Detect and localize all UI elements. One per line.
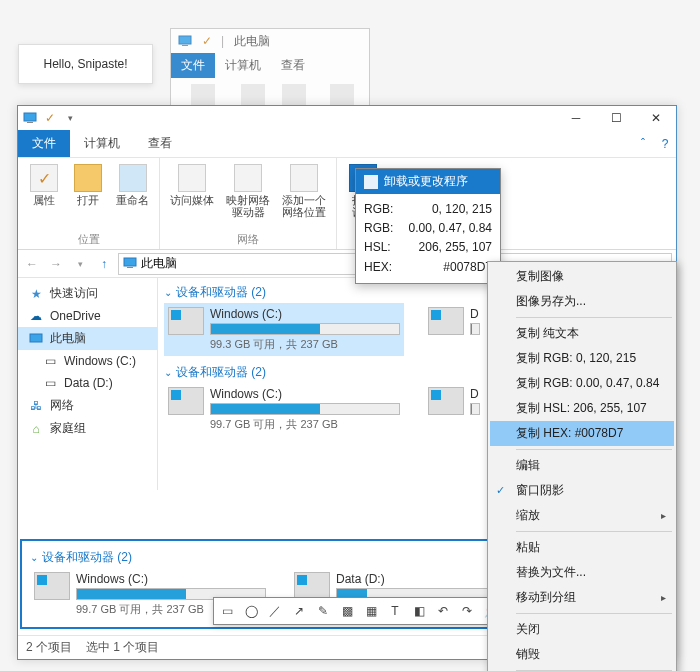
pc-icon	[123, 257, 137, 271]
tab-view[interactable]: 查看	[271, 53, 315, 78]
svg-rect-3	[27, 122, 33, 123]
star-icon: ★	[28, 286, 44, 302]
pc-icon	[177, 33, 193, 49]
ribbon: ✓属性 打开 重命名 位置 访问媒体 映射网络 驱动器 添加一个 网络位置 网络…	[18, 158, 676, 250]
menu-separator	[516, 531, 672, 532]
tab-file[interactable]: 文件	[171, 53, 215, 78]
drive-usage-bar	[210, 403, 400, 415]
ribbon-open[interactable]: 打开	[68, 162, 108, 230]
tool-rectangle[interactable]: ▭	[216, 600, 238, 622]
tab-computer[interactable]: 计算机	[215, 53, 271, 78]
drive-name: Windows (C:)	[76, 572, 266, 586]
sidebar-item-onedrive[interactable]: ☁OneDrive	[18, 305, 157, 327]
menu-zoom[interactable]: 缩放▸	[490, 503, 674, 528]
sidebar-item-drive-d[interactable]: ▭Data (D:)	[18, 372, 157, 394]
drive-icon	[34, 572, 70, 600]
menu-copy-hsl[interactable]: 复制 HSL: 206, 255, 107	[490, 396, 674, 421]
chevron-down-icon: ⌄	[164, 287, 172, 298]
drive-d-cut[interactable]: D	[424, 383, 484, 436]
menu-replace-file[interactable]: 替换为文件...	[490, 560, 674, 585]
drive-c[interactable]: Windows (C:) 99.7 GB 可用，共 237 GB	[164, 383, 404, 436]
maximize-button[interactable]: ☐	[596, 106, 636, 130]
menu-separator	[516, 317, 672, 318]
svg-rect-0	[179, 36, 191, 44]
chevron-down-icon: ⌄	[30, 552, 38, 563]
menu-paste[interactable]: 粘贴	[490, 535, 674, 560]
status-selection-count: 选中 1 个项目	[86, 639, 159, 656]
drive-icon	[294, 572, 330, 600]
menu-copy-rgbf[interactable]: 复制 RGB: 0.00, 0.47, 0.84	[490, 371, 674, 396]
ribbon-access-media[interactable]: 访问媒体	[166, 162, 218, 230]
drive-usage-bar	[210, 323, 400, 335]
tool-eraser[interactable]: ◧	[408, 600, 430, 622]
drive-usage-bar	[470, 323, 480, 335]
homegroup-icon: ⌂	[28, 421, 44, 437]
tool-undo[interactable]: ↶	[432, 600, 454, 622]
menu-separator	[516, 449, 672, 450]
ribbon-map-network-drive[interactable]: 映射网络 驱动器	[222, 162, 274, 230]
tab-file[interactable]: 文件	[18, 130, 70, 157]
menu-separator	[516, 613, 672, 614]
nav-forward-button[interactable]: →	[46, 254, 66, 274]
tab-view[interactable]: 查看	[134, 130, 186, 157]
svg-rect-6	[30, 334, 42, 342]
menu-edit[interactable]: 编辑	[490, 453, 674, 478]
menu-copy-rgb[interactable]: 复制 RGB: 0, 120, 215	[490, 346, 674, 371]
menu-copy-plain[interactable]: 复制 纯文本	[490, 321, 674, 346]
check-icon: ✓	[496, 484, 505, 497]
tool-ellipse[interactable]: ◯	[240, 600, 262, 622]
ribbon-add-network-location[interactable]: 添加一个 网络位置	[278, 162, 330, 230]
sidebar-item-homegroup[interactable]: ⌂家庭组	[18, 417, 157, 440]
tool-text[interactable]: T	[384, 600, 406, 622]
ribbon-rename[interactable]: 重命名	[112, 162, 153, 230]
tool-line[interactable]: ／	[264, 600, 286, 622]
menu-save-image-as[interactable]: 图像另存为...	[490, 289, 674, 314]
props-qat-icon[interactable]: ✓	[42, 110, 58, 126]
menu-destroy[interactable]: 销毁	[490, 642, 674, 667]
color-picker-popup: 卸载或更改程序 RGB:0, 120, 215 RGB:0.00, 0.47, …	[355, 168, 501, 284]
color-popup-header: 卸载或更改程序	[356, 169, 500, 194]
drive-icon: ▭	[42, 375, 58, 391]
drive-icon	[428, 387, 464, 415]
drive-space: 99.3 GB 可用，共 237 GB	[210, 337, 400, 352]
sidebar-item-drive-c[interactable]: ▭Windows (C:)	[18, 350, 157, 372]
tab-computer[interactable]: 计算机	[70, 130, 134, 157]
qat-dropdown-icon[interactable]: ▾	[62, 110, 78, 126]
sticky-text: Hello, Snipaste!	[43, 57, 127, 71]
menu-close[interactable]: 关闭	[490, 617, 674, 642]
tool-pencil[interactable]: ✎	[312, 600, 334, 622]
collapse-ribbon-button[interactable]: ˆ	[632, 137, 654, 151]
close-button[interactable]: ✕	[636, 106, 676, 130]
menu-copy-hex[interactable]: 复制 HEX: #0078D7	[490, 421, 674, 446]
menu-move-to-group[interactable]: 移动到分组▸	[490, 585, 674, 610]
sidebar-item-thispc[interactable]: 此电脑	[18, 327, 157, 350]
svg-rect-5	[127, 267, 133, 268]
title-bar: ✓ ▾ ─ ☐ ✕	[18, 106, 676, 130]
ribbon-tabs: 文件 计算机 查看 ˆ ?	[18, 130, 676, 158]
color-rgb-value: 0, 120, 215	[398, 200, 492, 219]
submenu-arrow-icon: ▸	[661, 592, 666, 603]
check-icon: ✓	[199, 33, 215, 49]
svg-rect-4	[124, 258, 136, 266]
nav-history-button[interactable]: ▾	[70, 254, 90, 274]
tool-marker[interactable]: ▩	[336, 600, 358, 622]
sticky-note[interactable]: Hello, Snipaste!	[18, 44, 153, 84]
tool-arrow[interactable]: ↗	[288, 600, 310, 622]
nav-up-button[interactable]: ↑	[94, 254, 114, 274]
menu-copy-image[interactable]: 复制图像	[490, 264, 674, 289]
drive-icon	[168, 387, 204, 415]
drive-icon	[168, 307, 204, 335]
nav-back-button[interactable]: ←	[22, 254, 42, 274]
sidebar-item-quickaccess[interactable]: ★快速访问	[18, 282, 157, 305]
drive-c[interactable]: Windows (C:) 99.3 GB 可用，共 237 GB	[164, 303, 404, 356]
tool-redo[interactable]: ↷	[456, 600, 478, 622]
sidebar-item-network[interactable]: 🖧网络	[18, 394, 157, 417]
drive-d-cut[interactable]: D	[424, 303, 484, 356]
help-button[interactable]: ?	[654, 137, 676, 151]
menu-window-shadow[interactable]: ✓窗口阴影	[490, 478, 674, 503]
network-icon: 🖧	[28, 398, 44, 414]
ribbon-properties[interactable]: ✓属性	[24, 162, 64, 230]
minimize-button[interactable]: ─	[556, 106, 596, 130]
tool-mosaic[interactable]: ▦	[360, 600, 382, 622]
color-hsl-value: 206, 255, 107	[398, 238, 492, 257]
